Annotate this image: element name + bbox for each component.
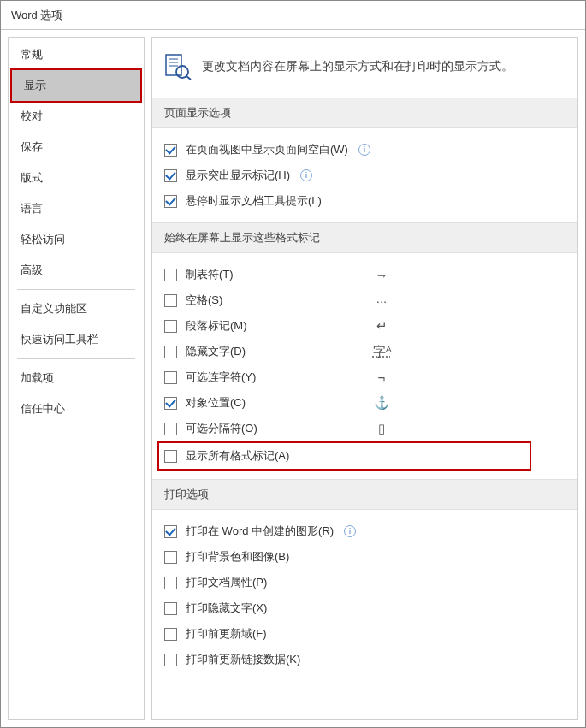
section-formatting-marks: 制表符(T)→ 空格(S)··· 段落标记(M)↵ 隐藏文字(D)字ᴬ 可选连字… (152, 253, 577, 479)
checkbox-optional-hyphen[interactable] (164, 371, 177, 384)
break-symbol-icon: ▯ (369, 421, 394, 436)
label: 隐藏文字(D) (186, 344, 246, 359)
svg-line-5 (186, 76, 191, 80)
sidebar-separator (17, 358, 135, 359)
titlebar: Word 选项 (1, 1, 585, 30)
label: 打印前更新链接数据(K) (186, 652, 300, 667)
sidebar: 常规 显示 校对 保存 版式 语言 轻松访问 高级 自定义功能区 快速访问工具栏… (8, 37, 145, 720)
highlight-box: 显示所有格式标记(A) (157, 441, 531, 471)
checkbox-show-whitespace[interactable] (164, 144, 177, 157)
checkbox-optional-break[interactable] (164, 423, 177, 435)
checkbox-show-tooltips[interactable] (164, 195, 177, 208)
section-head-page-display: 页面显示选项 (152, 98, 577, 128)
anchor-symbol-icon: ⚓ (369, 395, 394, 411)
checkbox-print-bg[interactable] (164, 551, 177, 564)
tab-symbol-icon: → (369, 268, 394, 282)
label: 打印文档属性(P) (186, 575, 267, 590)
section-print: 打印在 Word 中创建的图形(R)i 打印背景色和图像(B) 打印文档属性(P… (152, 510, 577, 681)
checkbox-print-drawings[interactable] (164, 525, 177, 538)
checkbox-paragraph[interactable] (164, 320, 177, 333)
label: 制表符(T) (186, 267, 234, 282)
svg-point-4 (176, 66, 188, 78)
sidebar-item-addins[interactable]: 加载项 (9, 363, 144, 394)
section-page-display: 在页面视图中显示页面间空白(W)i 显示突出显示标记(H)i 悬停时显示文档工具… (152, 128, 577, 222)
sidebar-item-proofing[interactable]: 校对 (9, 101, 144, 132)
section-head-formatting-marks: 始终在屏幕上显示这些格式标记 (152, 222, 577, 253)
sidebar-item-advanced[interactable]: 高级 (9, 255, 144, 286)
sidebar-item-language[interactable]: 语言 (9, 193, 144, 224)
window-title: Word 选项 (11, 8, 62, 23)
hero: 更改文档内容在屏幕上的显示方式和在打印时的显示方式。 (152, 38, 577, 98)
sidebar-item-customize-ribbon[interactable]: 自定义功能区 (9, 293, 144, 324)
label: 可选连字符(Y) (186, 370, 256, 385)
sidebar-item-qat[interactable]: 快速访问工具栏 (9, 324, 144, 355)
label: 可选分隔符(O) (186, 421, 257, 436)
checkbox-print-hidden[interactable] (164, 602, 177, 615)
checkbox-hidden-text[interactable] (164, 346, 177, 358)
sidebar-separator (17, 289, 135, 290)
checkbox-show-highlight[interactable] (164, 169, 177, 182)
hyphen-symbol-icon: ¬ (369, 370, 394, 385)
display-options-icon (164, 53, 192, 80)
sidebar-item-display[interactable]: 显示 (10, 68, 142, 103)
checkbox-update-links[interactable] (164, 654, 177, 666)
sidebar-item-trust[interactable]: 信任中心 (9, 394, 144, 424)
label: 打印前更新域(F) (186, 626, 267, 642)
label: 悬停时显示文档工具提示(L) (186, 193, 322, 209)
label: 显示突出显示标记(H) (186, 168, 290, 183)
label: 段落标记(M) (186, 318, 247, 334)
checkbox-update-fields[interactable] (164, 628, 177, 641)
info-icon[interactable]: i (300, 169, 312, 181)
label: 对象位置(C) (186, 395, 246, 411)
checkbox-print-props[interactable] (164, 577, 177, 589)
label: 在页面视图中显示页面间空白(W) (186, 142, 348, 157)
label: 打印在 Word 中创建的图形(R) (186, 524, 334, 539)
label: 打印隐藏文字(X) (186, 601, 267, 616)
label: 空格(S) (186, 293, 222, 308)
label: 打印背景色和图像(B) (186, 549, 289, 565)
checkbox-space[interactable] (164, 294, 177, 307)
hero-text: 更改文档内容在屏幕上的显示方式和在打印时的显示方式。 (202, 59, 513, 74)
checkbox-show-all-marks[interactable] (164, 450, 177, 463)
section-head-print: 打印选项 (152, 479, 577, 510)
body: 常规 显示 校对 保存 版式 语言 轻松访问 高级 自定义功能区 快速访问工具栏… (1, 30, 585, 727)
content-pane: 更改文档内容在屏幕上的显示方式和在打印时的显示方式。 页面显示选项 在页面视图中… (151, 37, 578, 720)
sidebar-item-layout[interactable]: 版式 (9, 163, 144, 193)
space-symbol-icon: ··· (369, 293, 394, 308)
sidebar-item-save[interactable]: 保存 (9, 132, 144, 163)
checkbox-anchor[interactable] (164, 397, 177, 410)
info-icon[interactable]: i (344, 525, 356, 537)
paragraph-symbol-icon: ↵ (369, 318, 394, 334)
sidebar-item-general[interactable]: 常规 (9, 39, 144, 70)
hidden-text-symbol-icon: 字ᴬ (369, 344, 394, 360)
sidebar-item-ease[interactable]: 轻松访问 (9, 224, 144, 255)
label: 显示所有格式标记(A) (186, 448, 289, 464)
info-icon[interactable]: i (358, 144, 370, 156)
svg-rect-0 (166, 55, 181, 75)
checkbox-tab[interactable] (164, 269, 177, 281)
word-options-window: Word 选项 常规 显示 校对 保存 版式 语言 轻松访问 高级 自定义功能区… (0, 0, 586, 728)
